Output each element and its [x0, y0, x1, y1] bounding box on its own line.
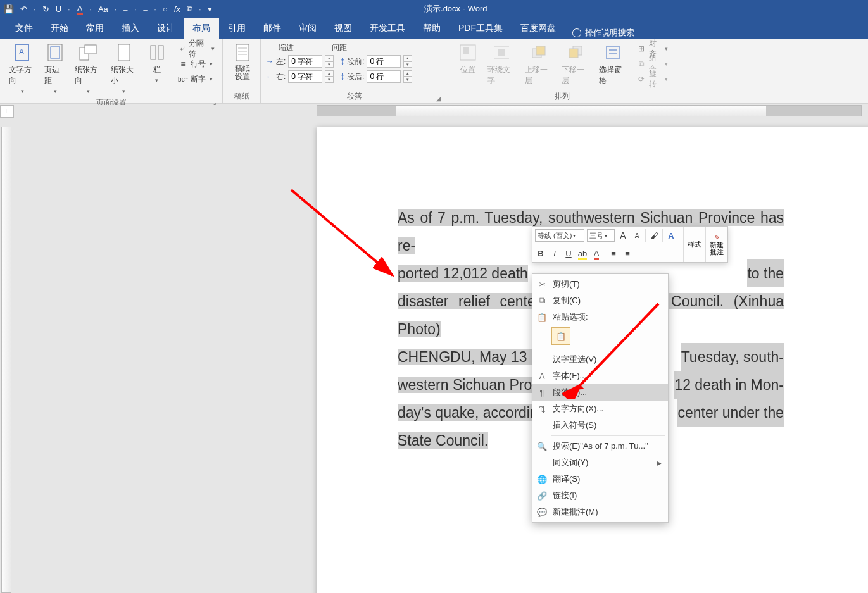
paste-keep-source-icon[interactable]: 📋	[551, 327, 570, 345]
bold-icon[interactable]: B	[535, 249, 546, 258]
wrap-text-button: 环绕文字	[484, 41, 520, 87]
size-button[interactable]: 纸张大小▾	[107, 41, 141, 96]
ctx-new-comment[interactable]: 💬新建批注(M)	[532, 504, 668, 520]
ctx-paragraph[interactable]: ¶段落(P)...	[532, 384, 668, 401]
shrink-font-icon[interactable]: A	[631, 232, 643, 239]
text-line-6a[interactable]: day's quake, accordin	[398, 404, 538, 421]
svg-rect-22	[607, 46, 619, 59]
ctx-cut[interactable]: ✂剪切(T)	[532, 276, 668, 292]
spacing-before-input[interactable]: ‡段前:▴▾	[340, 54, 412, 68]
tab-pdf[interactable]: PDF工具集	[450, 18, 512, 39]
line-numbers-button[interactable]: ≡行号▾	[175, 56, 217, 72]
ctx-copy[interactable]: ⧉复制(C)	[532, 292, 668, 309]
paragraph-icon: ¶	[536, 387, 548, 398]
tab-view[interactable]: 视图	[325, 18, 361, 39]
tab-baidu[interactable]: 百度网盘	[512, 18, 565, 39]
svg-rect-8	[158, 46, 163, 59]
tab-insert[interactable]: 插入	[113, 18, 148, 39]
spacing-after-input[interactable]: ‡段后:▴▾	[340, 70, 412, 84]
tab-mailings[interactable]: 邮件	[255, 18, 290, 39]
text-line-5b[interactable]: 12 death in Mon-	[674, 371, 784, 399]
text-line-2a[interactable]: ported 12,012 death	[398, 265, 528, 282]
ctx-font[interactable]: A字体(F)...	[532, 368, 668, 384]
comment-icon: 💬	[536, 506, 548, 518]
redo-icon[interactable]: ↻	[42, 4, 49, 14]
ctx-link[interactable]: 🔗链接(I)	[532, 487, 668, 504]
tab-review[interactable]: 审阅	[290, 18, 325, 39]
tab-common[interactable]: 常用	[77, 18, 113, 39]
orientation-button[interactable]: 纸张方向▾	[71, 41, 105, 96]
italic-icon[interactable]: I	[549, 249, 560, 258]
spacing-label: 间距	[332, 42, 347, 53]
text-line-4b[interactable]: Tuesday, south-	[681, 343, 784, 371]
numbering-mini-icon[interactable]: ≡	[622, 249, 633, 258]
font-color-icon[interactable]: A	[77, 4, 84, 15]
bullets-icon[interactable]: ≡	[123, 4, 128, 14]
bullets-mini-icon[interactable]: ≡	[608, 249, 619, 258]
svg-rect-15	[498, 49, 505, 56]
text-line-4a[interactable]: CHENGDU, May 13 (X	[398, 349, 546, 365]
undo-icon[interactable]: ↶	[20, 4, 27, 14]
position-button: 位置	[453, 41, 482, 77]
hyphenation-button[interactable]: bc⁻断字▾	[175, 72, 217, 87]
ctx-reconvert[interactable]: 汉字重选(V)	[532, 351, 668, 368]
paragraph-launcher-icon[interactable]: ◢	[436, 95, 441, 102]
group-label-paragraph: 段落◢	[266, 89, 443, 103]
change-case-icon[interactable]: Aa	[98, 4, 108, 14]
qat-more-icon[interactable]: ▾	[208, 4, 212, 14]
highlight-icon[interactable]: ab	[577, 249, 588, 258]
ctx-search[interactable]: 🔍搜索(E)"As of 7 p.m. Tu..."	[532, 438, 668, 454]
context-menu: ✂剪切(T) ⧉复制(C) 📋粘贴选项: 📋 汉字重选(V) A字体(F)...…	[532, 273, 669, 523]
mini-size-select[interactable]: 三号▾	[587, 229, 615, 242]
ctx-insert-symbol[interactable]: 插入符号(S)	[532, 417, 668, 434]
tab-design[interactable]: 设计	[148, 18, 184, 39]
underline-mini-icon[interactable]: U	[563, 249, 574, 258]
breaks-button[interactable]: ⤶分隔符▾	[175, 41, 217, 56]
columns-button[interactable]: 栏▾	[142, 41, 172, 85]
tab-help[interactable]: 帮助	[414, 18, 450, 39]
ruler-vertical[interactable]	[0, 120, 14, 593]
text-line-2b[interactable]: to the	[747, 259, 784, 287]
tab-references[interactable]: 引用	[219, 18, 255, 39]
underline-icon[interactable]: U	[56, 4, 61, 14]
save-icon[interactable]: 💾	[4, 4, 14, 14]
indent-left-input[interactable]: →左:▴▾	[266, 54, 334, 68]
mini-font-select[interactable]: 等线 (西文)▾	[535, 229, 584, 242]
mini-styles-A-icon[interactable]: A	[665, 231, 677, 240]
font-color-mini-icon[interactable]: A	[591, 249, 602, 258]
link-ctx-icon: 🔗	[536, 490, 548, 501]
text-line-6b[interactable]: center under the	[677, 399, 784, 427]
mini-styles-button[interactable]: 样式	[683, 227, 705, 262]
search-icon: 🔍	[536, 440, 548, 452]
indent-label: 缩进	[279, 42, 294, 53]
numbering-icon[interactable]: ≡	[143, 4, 148, 14]
cursor-marker	[579, 385, 588, 394]
mini-new-comment-button[interactable]: ✎新建 批注	[705, 227, 727, 262]
link-icon[interactable]: ⧉	[187, 4, 192, 14]
selection-pane-button[interactable]: 选择窗格	[595, 41, 631, 87]
ctx-text-direction[interactable]: ⇅文字方向(X)...	[532, 401, 668, 417]
margins-button[interactable]: 页边距▾	[41, 41, 70, 96]
tab-layout[interactable]: 布局	[184, 18, 219, 39]
group-manuscript: 稿纸 设置 稿纸	[223, 39, 261, 103]
shape-icon[interactable]: ○	[163, 4, 168, 14]
indent-right-input[interactable]: ←右:▴▾	[266, 70, 334, 84]
tab-home[interactable]: 开始	[42, 18, 77, 39]
text-direction-button[interactable]: A 文字方向▾	[5, 41, 39, 96]
format-painter-icon[interactable]: 🖌	[648, 231, 660, 240]
text-line-7a[interactable]: State Council.	[398, 432, 488, 449]
svg-rect-6	[118, 44, 130, 61]
ctx-translate[interactable]: 🌐翻译(S)	[532, 471, 668, 487]
tell-me-search[interactable]: 操作说明搜索	[565, 27, 642, 39]
formula-icon[interactable]: fx	[174, 4, 180, 14]
tab-developer[interactable]: 开发工具	[361, 18, 414, 39]
ctx-synonyms[interactable]: 同义词(Y)▶	[532, 454, 668, 471]
grow-font-icon[interactable]: A	[617, 230, 629, 240]
ctx-paste-options: 📋	[532, 325, 668, 347]
ruler-horizontal[interactable]: L	[0, 105, 868, 119]
ribbon-tabs: 文件 开始 常用 插入 设计 布局 引用 邮件 审阅 视图 开发工具 帮助 PD…	[0, 18, 868, 39]
tab-file[interactable]: 文件	[6, 18, 42, 39]
manuscript-button[interactable]: 稿纸 设置	[228, 41, 257, 82]
text-line-5a[interactable]: western Sichuan Provi	[398, 377, 543, 393]
svg-rect-3	[51, 47, 60, 58]
